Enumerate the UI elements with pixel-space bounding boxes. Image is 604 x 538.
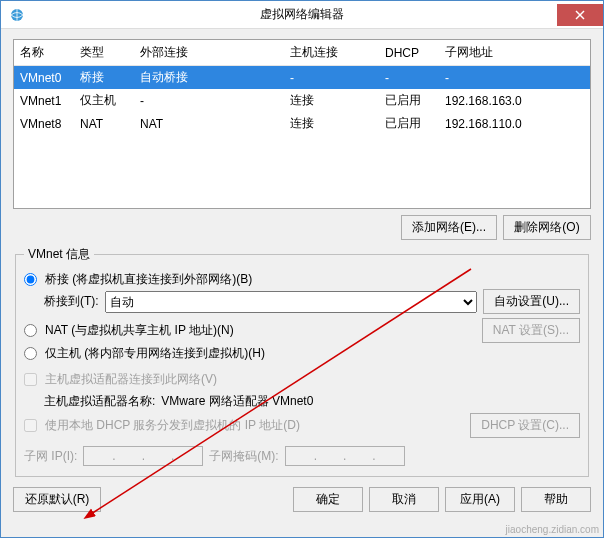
- col-external[interactable]: 外部连接: [134, 40, 284, 66]
- bridge-radio[interactable]: [24, 273, 37, 286]
- host-adapter-check-row: 主机虚拟适配器连接到此网络(V): [24, 369, 580, 389]
- cell-dhcp: 已启用: [379, 112, 439, 135]
- cell-external: NAT: [134, 112, 284, 135]
- dhcp-checkbox: [24, 419, 37, 432]
- col-host[interactable]: 主机连接: [284, 40, 379, 66]
- cell-name: VMnet8: [14, 112, 74, 135]
- cell-type: 桥接: [74, 66, 134, 90]
- cell-dhcp: -: [379, 66, 439, 90]
- cancel-button[interactable]: 取消: [369, 487, 439, 512]
- subnet-ip-input: ...: [83, 446, 203, 466]
- restore-defaults-button[interactable]: 还原默认(R): [13, 487, 101, 512]
- dialog-button-bar: 还原默认(R) 确定 取消 应用(A) 帮助: [13, 483, 591, 512]
- cell-subnet: 192.168.163.0: [439, 89, 590, 112]
- subnet-ip-label: 子网 IP(I):: [24, 448, 77, 465]
- table-row[interactable]: VMnet0桥接自动桥接---: [14, 66, 590, 90]
- app-icon: [9, 7, 25, 23]
- host-adapter-check-label: 主机虚拟适配器连接到此网络(V): [45, 371, 217, 388]
- virtual-network-editor-window: 虚拟网络编辑器 名称 类型 外部连接 主机连接 DHCP 子网地址: [0, 0, 604, 538]
- titlebar: 虚拟网络编辑器: [1, 1, 603, 29]
- close-button[interactable]: [557, 4, 603, 26]
- bridge-radio-row[interactable]: 桥接 (将虚拟机直接连接到外部网络)(B): [24, 269, 580, 289]
- table-header-row: 名称 类型 外部连接 主机连接 DHCP 子网地址: [14, 40, 590, 66]
- cell-name: VMnet0: [14, 66, 74, 90]
- cell-host: 连接: [284, 112, 379, 135]
- col-type[interactable]: 类型: [74, 40, 134, 66]
- cell-type: NAT: [74, 112, 134, 135]
- bridge-to-label: 桥接到(T):: [44, 293, 99, 310]
- table-row[interactable]: VMnet8NATNAT连接已启用192.168.110.0: [14, 112, 590, 135]
- nat-radio[interactable]: [24, 324, 37, 337]
- host-adapter-checkbox: [24, 373, 37, 386]
- cell-external: 自动桥接: [134, 66, 284, 90]
- nat-radio-row[interactable]: NAT (与虚拟机共享主机 IP 地址)(N) NAT 设置(S)...: [24, 318, 580, 343]
- subnet-mask-input: ...: [285, 446, 405, 466]
- cell-type: 仅主机: [74, 89, 134, 112]
- table-row[interactable]: VMnet1仅主机-连接已启用192.168.163.0: [14, 89, 590, 112]
- cell-external: -: [134, 89, 284, 112]
- window-title: 虚拟网络编辑器: [260, 6, 344, 23]
- col-name[interactable]: 名称: [14, 40, 74, 66]
- apply-button[interactable]: 应用(A): [445, 487, 515, 512]
- hostonly-radio[interactable]: [24, 347, 37, 360]
- nat-settings-button: NAT 设置(S)...: [482, 318, 580, 343]
- cell-subnet: 192.168.110.0: [439, 112, 590, 135]
- cell-host: 连接: [284, 89, 379, 112]
- remove-network-button[interactable]: 删除网络(O): [503, 215, 591, 240]
- network-table[interactable]: 名称 类型 外部连接 主机连接 DHCP 子网地址 VMnet0桥接自动桥接--…: [13, 39, 591, 209]
- vmnet-info-legend: VMnet 信息: [24, 246, 94, 263]
- host-adapter-name-value: VMware 网络适配器 VMnet0: [161, 393, 313, 410]
- host-adapter-name-row: 主机虚拟适配器名称: VMware 网络适配器 VMnet0: [24, 389, 580, 413]
- cell-dhcp: 已启用: [379, 89, 439, 112]
- subnet-row: 子网 IP(I): ... 子网掩码(M): ...: [24, 444, 580, 468]
- col-subnet[interactable]: 子网地址: [439, 40, 590, 66]
- cell-subnet: -: [439, 66, 590, 90]
- bridge-radio-label: 桥接 (将虚拟机直接连接到外部网络)(B): [45, 271, 252, 288]
- auto-settings-button[interactable]: 自动设置(U)...: [483, 289, 580, 314]
- help-button[interactable]: 帮助: [521, 487, 591, 512]
- hostonly-radio-row[interactable]: 仅主机 (将内部专用网络连接到虚拟机)(H): [24, 343, 580, 363]
- hostonly-radio-label: 仅主机 (将内部专用网络连接到虚拟机)(H): [45, 345, 265, 362]
- dhcp-check-row: 使用本地 DHCP 服务分发到虚拟机的 IP 地址(D) DHCP 设置(C).…: [24, 413, 580, 438]
- ok-button[interactable]: 确定: [293, 487, 363, 512]
- host-adapter-name-label: 主机虚拟适配器名称:: [44, 393, 155, 410]
- cell-host: -: [284, 66, 379, 90]
- nat-radio-label: NAT (与虚拟机共享主机 IP 地址)(N): [45, 322, 234, 339]
- cell-name: VMnet1: [14, 89, 74, 112]
- col-dhcp[interactable]: DHCP: [379, 40, 439, 66]
- vmnet-info-group: VMnet 信息 桥接 (将虚拟机直接连接到外部网络)(B) 桥接到(T): 自…: [15, 246, 589, 477]
- dhcp-settings-button: DHCP 设置(C)...: [470, 413, 580, 438]
- watermark: jiaocheng.zidian.com: [506, 524, 599, 535]
- subnet-mask-label: 子网掩码(M):: [209, 448, 278, 465]
- add-network-button[interactable]: 添加网络(E)...: [401, 215, 497, 240]
- bridge-to-select[interactable]: 自动: [105, 291, 478, 313]
- dhcp-check-label: 使用本地 DHCP 服务分发到虚拟机的 IP 地址(D): [45, 417, 300, 434]
